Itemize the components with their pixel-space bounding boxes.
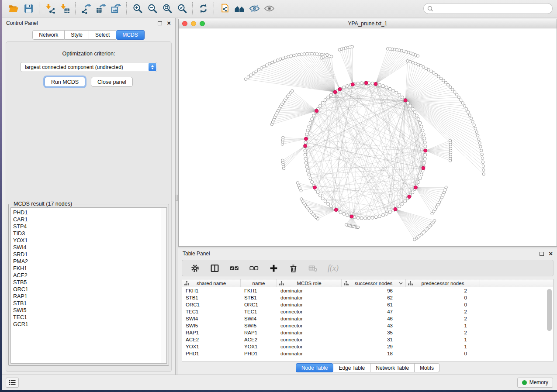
table-row[interactable]: RAP1RAP1dominator352: [182, 329, 553, 336]
hide-graphics-details-button[interactable]: [247, 2, 262, 16]
cell-successor_nodes: 61: [342, 301, 406, 308]
close-table-panel-icon[interactable]: ×: [549, 251, 553, 256]
criterion-select[interactable]: largest connected component (undirected): [20, 62, 157, 72]
select-all-button[interactable]: [229, 263, 239, 273]
zoom-selected-button[interactable]: [174, 2, 189, 16]
control-panel-title: Control Panel: [6, 20, 38, 26]
table-row[interactable]: PHD1PHD1dominator180: [182, 350, 553, 357]
memory-label: Memory: [529, 379, 548, 385]
tab-network-table[interactable]: Network Table: [370, 363, 415, 372]
tab-motifs[interactable]: Motifs: [415, 363, 439, 372]
cell-predecessor_nodes: 1: [406, 336, 480, 343]
mcds-tab-content: Optimization criterion: largest connecte…: [6, 41, 172, 372]
export-network-button[interactable]: [79, 2, 93, 16]
column-header-name[interactable]: name: [241, 279, 277, 287]
mcds-result-item: STP4: [13, 223, 161, 230]
mcds-result-group: MCDS result (17 nodes) PHD1CAR1STP4TID3Y…: [8, 204, 169, 366]
tab-node-table[interactable]: Node Table: [296, 363, 334, 372]
export-image-icon: [111, 3, 121, 14]
checked-boxes-icon: [230, 264, 239, 273]
zoom-fit-icon: [162, 3, 173, 14]
delete-column-button[interactable]: [288, 263, 298, 273]
home-button[interactable]: [232, 2, 247, 16]
control-panel-titlebar: Control Panel ×: [2, 18, 175, 28]
mcds-result-list[interactable]: PHD1CAR1STP4TID3YOX1SWI4SRD1PMA2FKH1ACE2…: [11, 208, 161, 363]
run-mcds-button[interactable]: Run MCDS: [45, 77, 85, 87]
memory-button[interactable]: Memory: [517, 378, 553, 388]
column-header-predecessor_nodes[interactable]: predecessor nodes: [406, 279, 480, 287]
cell-shared_name: FKH1: [182, 287, 241, 294]
export-image-button[interactable]: [108, 2, 123, 16]
tab-style[interactable]: Style: [65, 30, 89, 40]
table-row[interactable]: TEC1TEC1connector472: [182, 308, 553, 315]
network-svg: [179, 28, 557, 246]
table-row[interactable]: SWI4SWI4dominator462: [182, 315, 553, 322]
vertical-splitter[interactable]: [175, 18, 178, 375]
tab-mcds[interactable]: MCDS: [116, 30, 144, 40]
cell-name: RAP1: [241, 329, 277, 336]
zoom-out-button[interactable]: [145, 2, 159, 16]
save-button[interactable]: [21, 2, 36, 16]
search-input[interactable]: [436, 6, 549, 12]
cell-successor_nodes: 46: [342, 315, 406, 322]
tab-edge-table[interactable]: Edge Table: [333, 363, 370, 372]
cell-shared_name: YOX1: [182, 343, 241, 350]
table-scrollbar-thumb[interactable]: [547, 289, 552, 331]
import-table-button[interactable]: [57, 2, 72, 16]
cell-mcds_role: dominator: [277, 329, 342, 336]
close-panel-icon[interactable]: ×: [167, 21, 171, 25]
eye-icon: [264, 3, 275, 14]
column-header-shared_name[interactable]: shared name: [182, 279, 241, 287]
mcds-result-item: TEC1: [13, 314, 161, 321]
toolbar-separator: [75, 2, 76, 15]
table-row[interactable]: SWI5SWI5connector431: [182, 322, 553, 329]
zoom-fit-button[interactable]: [159, 2, 174, 16]
delete-table-button[interactable]: [308, 263, 318, 273]
import-network-button[interactable]: [42, 2, 57, 16]
table-row[interactable]: ACE2ACE2connector311: [182, 336, 553, 343]
cell-successor_nodes: 43: [342, 322, 406, 329]
float-panel-icon[interactable]: [158, 21, 162, 25]
cell-name: ACE2: [241, 336, 277, 343]
cell-shared_name: SWI5: [182, 322, 241, 329]
cell-shared_name: ACE2: [182, 336, 241, 343]
apply-layout-button[interactable]: [196, 2, 211, 16]
new-network-from-selection-button[interactable]: [217, 2, 232, 16]
split-view-icon: [210, 264, 219, 273]
unselect-all-button[interactable]: [249, 263, 259, 273]
toolbar-separator: [192, 2, 193, 15]
export-table-button[interactable]: [93, 2, 108, 16]
cell-name: PHD1: [241, 350, 277, 357]
cell-name: YOX1: [241, 343, 277, 350]
task-history-button[interactable]: [6, 378, 19, 388]
table-row[interactable]: FKH1FKH1dominator962: [182, 287, 553, 294]
table-row[interactable]: STB1STB1dominator620: [182, 294, 553, 301]
mcds-result-item: CAR1: [13, 216, 161, 223]
tab-network[interactable]: Network: [32, 30, 65, 40]
column-header-successor_nodes[interactable]: successor nodes: [342, 279, 406, 287]
mcds-result-item: SWI4: [13, 244, 161, 251]
open-button[interactable]: [6, 2, 21, 16]
table-settings-button[interactable]: [190, 263, 200, 273]
birdseye-view-button[interactable]: [262, 2, 277, 16]
table-scrollbar[interactable]: [547, 289, 552, 359]
splitter-handle[interactable]: [176, 195, 178, 201]
add-column-button[interactable]: [269, 263, 278, 273]
zoom-in-button[interactable]: [130, 2, 145, 16]
mcds-result-item: RAP1: [13, 293, 161, 300]
close-panel-button[interactable]: Close panel: [91, 77, 133, 87]
split-view-button[interactable]: [210, 263, 219, 273]
table-row[interactable]: ORC1ORC1dominator610: [182, 301, 553, 308]
tab-select[interactable]: Select: [89, 30, 116, 40]
network-canvas[interactable]: [179, 28, 557, 246]
cell-mcds_role: dominator: [277, 294, 342, 301]
mcds-list-scrollbar[interactable]: [161, 208, 166, 363]
node-table-header: shared namenameMCDS rolesuccessor nodesp…: [182, 279, 553, 287]
column-header-mcds_role[interactable]: MCDS role: [277, 279, 342, 287]
cell-predecessor_nodes: 2: [406, 287, 480, 294]
toolbar-separator: [126, 2, 127, 15]
table-row[interactable]: YOX1YOX1connector291: [182, 343, 553, 350]
function-builder-button[interactable]: f(x): [328, 264, 339, 273]
float-table-panel-icon[interactable]: [540, 252, 544, 256]
refresh-icon: [198, 3, 209, 14]
